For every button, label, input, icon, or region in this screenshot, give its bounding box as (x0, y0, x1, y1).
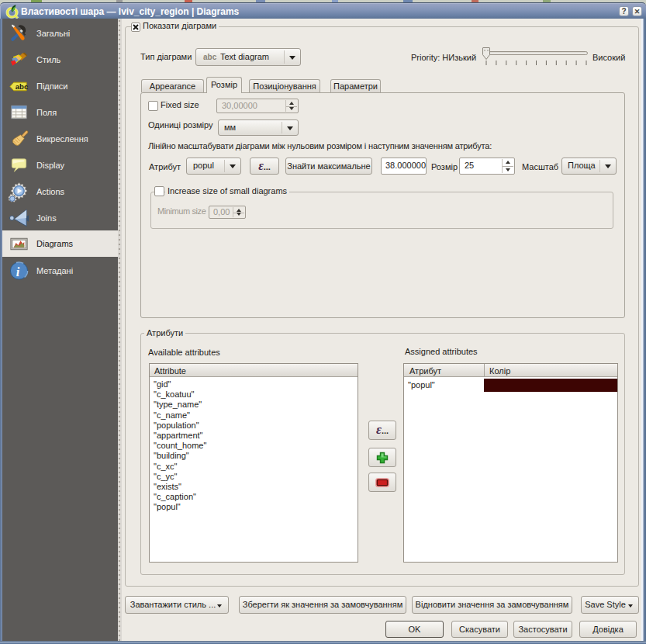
svg-text:i: i (16, 265, 20, 279)
svg-text:abc: abc (16, 82, 29, 91)
